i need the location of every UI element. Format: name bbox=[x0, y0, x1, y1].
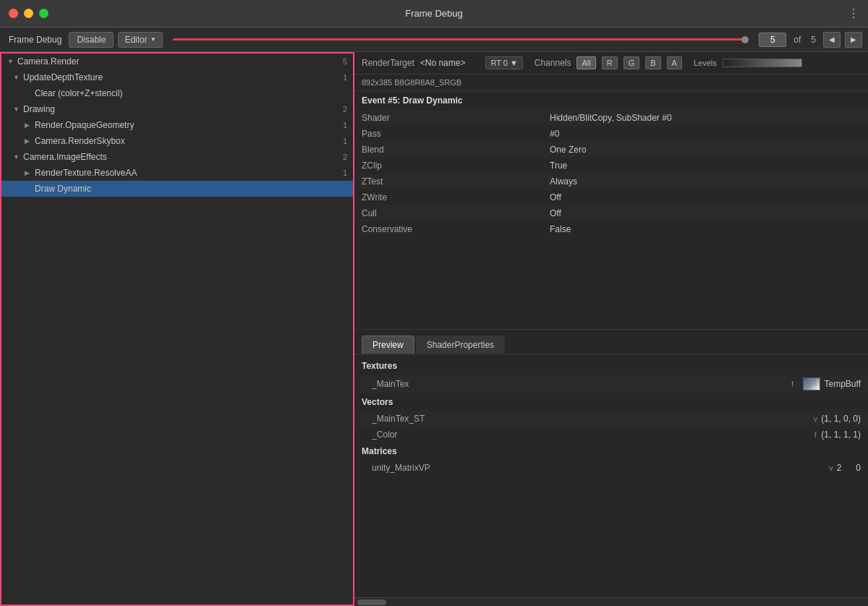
tree-item-draw-dynamic[interactable]: Draw Dynamic bbox=[1, 181, 353, 197]
prop-row-ztest: ZTest Always bbox=[354, 174, 868, 189]
window-controls bbox=[9, 9, 48, 18]
shader-row-maintex: _MainTex f TempBuff bbox=[354, 375, 868, 393]
texture-thumbnail[interactable] bbox=[803, 377, 820, 391]
frame-input[interactable]: 5 bbox=[759, 33, 786, 47]
close-button[interactable] bbox=[9, 9, 18, 18]
prop-key-conservative: Conservative bbox=[362, 224, 550, 234]
channel-b-button[interactable]: B bbox=[645, 56, 660, 69]
tree-item-count: 2 bbox=[339, 153, 347, 161]
chevron-down-icon: ▼ bbox=[7, 58, 14, 65]
render-target-value: <No name> bbox=[420, 58, 466, 68]
shader-value-maintex: TempBuff bbox=[825, 379, 861, 389]
frame-total: 5 bbox=[808, 35, 819, 45]
tree-item-label: RenderTexture.ResolveAA bbox=[35, 168, 137, 178]
prop-key-zclip: ZClip bbox=[362, 161, 550, 171]
nav-prev-button[interactable]: ◀ bbox=[823, 32, 841, 48]
shader-type-v: v bbox=[809, 414, 821, 423]
editor-dropdown[interactable]: Editor ▼ bbox=[118, 32, 162, 48]
tree-item-count: 1 bbox=[339, 73, 347, 82]
tree-item-label: Camera.RenderSkybox bbox=[35, 136, 125, 146]
chevron-down-icon: ▼ bbox=[510, 59, 518, 67]
window-title: Frame Debug bbox=[405, 8, 462, 19]
toolbar: Frame Debug Disable Editor ▼ 5 of 5 ◀ ▶ bbox=[0, 27, 868, 52]
tree-item-count: 5 bbox=[339, 57, 347, 66]
chevron-down-icon: ▼ bbox=[13, 74, 20, 81]
event-header: Event #5: Draw Dynamic bbox=[354, 91, 868, 110]
image-info-row: 892x385 B8G8R8A8_SRGB bbox=[354, 74, 868, 91]
shader-value-matrix-col2: 0 bbox=[856, 463, 861, 473]
prop-key-blend: Blend bbox=[362, 145, 550, 155]
channel-a-button[interactable]: A bbox=[667, 56, 682, 69]
prop-value-conservative: False bbox=[550, 224, 571, 234]
shader-key-color: _Color bbox=[372, 430, 809, 440]
tab-preview[interactable]: Preview bbox=[362, 336, 414, 354]
channel-g-button[interactable]: G bbox=[624, 56, 640, 69]
prop-row-blend: Blend One Zero bbox=[354, 142, 868, 158]
rt0-label: RT 0 bbox=[490, 59, 507, 67]
prop-row-zclip: ZClip True bbox=[354, 158, 868, 174]
prop-row-cull: Cull Off bbox=[354, 205, 868, 221]
shader-value-color: (1, 1, 1, 1) bbox=[821, 430, 861, 440]
tree-item-clear[interactable]: Clear (color+Z+stencil) bbox=[1, 85, 353, 101]
tree-item-camera-render[interactable]: ▼ Camera.Render 5 bbox=[1, 54, 353, 69]
prop-row-conservative: Conservative False bbox=[354, 221, 868, 237]
tree-item-label: Camera.ImageEffects bbox=[23, 152, 107, 162]
nav-next-button[interactable]: ▶ bbox=[845, 32, 862, 48]
tree-item-image-effects[interactable]: ▼ Camera.ImageEffects 2 bbox=[1, 149, 353, 165]
shader-properties-section: Textures _MainTex f TempBuff Vectors _Ma… bbox=[354, 354, 868, 598]
rt0-dropdown[interactable]: RT 0 ▼ bbox=[485, 56, 522, 69]
prop-value-shader: Hidden/BlitCopy, SubShader #0 bbox=[550, 113, 672, 123]
channels-label: Channels bbox=[535, 58, 571, 68]
tree-item-label: Draw Dynamic bbox=[35, 184, 91, 194]
tree-item-drawing[interactable]: ▼ Drawing 2 bbox=[1, 101, 353, 117]
tree-item-render-opaque[interactable]: ▶ Render.OpaqueGeometry 1 bbox=[1, 117, 353, 133]
menu-icon[interactable]: ⋮ bbox=[848, 7, 859, 20]
tab-shader-properties[interactable]: ShaderProperties bbox=[416, 336, 505, 354]
tree-item-label: Drawing bbox=[23, 104, 55, 114]
tree-item-label: Camera.Render bbox=[17, 56, 79, 67]
tree-item-label: Render.OpaqueGeometry bbox=[35, 120, 134, 130]
horizontal-scrollbar[interactable] bbox=[354, 597, 868, 606]
prop-value-ztest: Always bbox=[550, 176, 577, 187]
levels-bar[interactable] bbox=[723, 59, 802, 67]
tree-item-resolve-aa[interactable]: ▶ RenderTexture.ResolveAA 1 bbox=[1, 165, 353, 181]
tree-item-camera-skybox[interactable]: ▶ Camera.RenderSkybox 1 bbox=[1, 133, 353, 149]
chevron-right-icon: ▶ bbox=[25, 137, 32, 145]
minimize-button[interactable] bbox=[24, 9, 33, 18]
frame-slider-container bbox=[167, 38, 755, 40]
tree-item-count: 2 bbox=[339, 105, 347, 114]
prop-row-shader: Shader Hidden/BlitCopy, SubShader #0 bbox=[354, 110, 868, 126]
tree-item-update-depth[interactable]: ▼ UpdateDepthTexture 1 bbox=[1, 69, 353, 85]
scrollbar-thumb[interactable] bbox=[357, 599, 386, 605]
tree-panel: ▼ Camera.Render 5 ▼ UpdateDepthTexture 1… bbox=[0, 52, 354, 606]
prop-key-shader: Shader bbox=[362, 113, 550, 123]
tree-item-label: Clear (color+Z+stencil) bbox=[35, 88, 122, 98]
shader-value-matrix-col1: 2 bbox=[837, 463, 842, 473]
chevron-down-icon: ▼ bbox=[150, 36, 156, 43]
maximize-button[interactable] bbox=[39, 9, 48, 18]
toolbar-panel-label: Frame Debug bbox=[6, 35, 64, 45]
disable-button[interactable]: Disable bbox=[69, 32, 114, 48]
chevron-right-icon: ▶ bbox=[25, 121, 32, 129]
prop-row-zwrite: ZWrite Off bbox=[354, 189, 868, 205]
prop-value-blend: One Zero bbox=[550, 145, 587, 155]
shader-key-matrix-vp: unity_MatrixVP bbox=[372, 463, 825, 473]
shader-value-maintex-st: (1, 1, 0, 0) bbox=[821, 414, 861, 424]
prop-value-pass: #0 bbox=[550, 129, 559, 139]
shader-key-maintex-st: _MainTex_ST bbox=[372, 414, 809, 424]
no-arrow bbox=[25, 90, 32, 97]
tabs-row: Preview ShaderProperties bbox=[354, 329, 868, 354]
matrices-header: Matrices bbox=[354, 443, 868, 460]
render-target-label: RenderTarget bbox=[362, 58, 414, 68]
shader-type-f2: f bbox=[809, 430, 821, 439]
slider-thumb[interactable] bbox=[741, 36, 749, 43]
channel-all-button[interactable]: All bbox=[576, 56, 595, 69]
levels-label: Levels bbox=[694, 59, 717, 67]
chevron-down-icon: ▼ bbox=[13, 153, 20, 161]
slider-fill bbox=[173, 38, 749, 40]
channel-r-button[interactable]: R bbox=[602, 56, 618, 69]
prop-value-zclip: True bbox=[550, 161, 567, 171]
frame-slider-track[interactable] bbox=[173, 38, 749, 40]
properties-section: Event #5: Draw Dynamic Shader Hidden/Bli… bbox=[354, 91, 868, 329]
of-label: of bbox=[791, 35, 804, 45]
